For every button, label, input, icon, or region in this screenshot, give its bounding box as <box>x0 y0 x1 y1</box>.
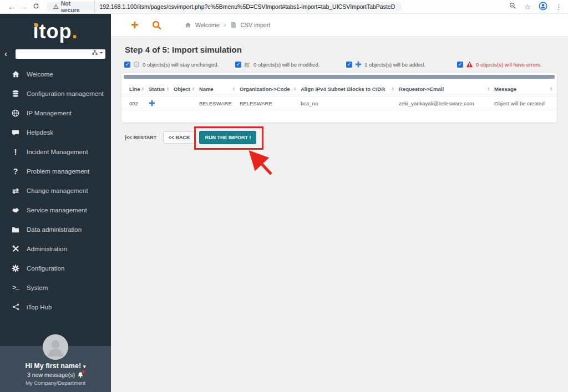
error-icon <box>466 61 473 68</box>
sidebar-item-problem-management[interactable]: ? Problem management <box>0 161 111 181</box>
sort-icon[interactable]: ▲▼ <box>293 86 296 91</box>
sitemap-icon <box>92 50 98 55</box>
page: ← → Not secure 192.168.1.100/itsm/pages/… <box>0 0 568 392</box>
sidebar-item-ip-management[interactable]: IP Management <box>0 103 111 123</box>
zoom-icon[interactable] <box>509 2 516 11</box>
sidebar-collapse-icon[interactable]: ‹ <box>4 49 11 58</box>
column-header-name[interactable]: Name▲▼ <box>199 86 240 92</box>
sidebar-item-helpdesk[interactable]: Helpdesk <box>0 123 111 142</box>
breadcrumb-csv-import[interactable]: CSV import <box>240 22 270 28</box>
notification-badge <box>82 370 85 373</box>
new-object-icon[interactable]: + <box>131 19 139 30</box>
sort-icon[interactable]: ▲▼ <box>141 86 144 91</box>
summary-modified: ✓ 0 objects(s) will be modified. <box>235 61 346 68</box>
user-company: My Company/Department <box>0 380 111 386</box>
cell-message: Object will be created <box>494 100 557 106</box>
sidebar-item-administration[interactable]: Administration <box>0 239 111 258</box>
sort-icon[interactable]: ▲▼ <box>192 86 195 91</box>
sidebar-item-itop-hub[interactable]: iTop Hub <box>0 297 111 317</box>
browser-forward-icon[interactable]: → <box>18 2 30 11</box>
itop-logo[interactable]: itop. <box>33 19 78 44</box>
breadcrumb-separator: > <box>224 22 227 28</box>
question-icon: ? <box>9 167 22 176</box>
sidebar-item-data-administration[interactable]: Data administration <box>0 220 111 239</box>
browser-back-icon[interactable]: ← <box>6 2 18 11</box>
exchange-icon: ⇄ <box>9 186 22 195</box>
sidebar: itop. ‹ Welcome Configuration management <box>0 14 111 392</box>
content: Step 4 of 5: Import simulation ✓ 0 objec… <box>111 36 568 144</box>
address-bar[interactable]: Not secure 192.168.1.100/itsm/pages/csvi… <box>47 2 402 12</box>
tools-icon <box>9 245 22 252</box>
sidebar-menu: Welcome Configuration management IP Mana… <box>0 64 111 317</box>
sidebar-item-configuration[interactable]: Configuration <box>0 258 111 278</box>
restart-button[interactable]: |<< RESTART <box>125 135 156 140</box>
cell-line: 002 <box>129 100 149 106</box>
sidebar-item-configuration-management[interactable]: Configuration management <box>0 84 111 103</box>
bookmark-star-icon[interactable]: ☆ <box>524 3 531 11</box>
exclamation-icon: ! <box>9 147 22 156</box>
globe-icon <box>9 109 22 117</box>
column-header-subnet-cidr[interactable]: Align IPv4 Subnet Blocks to CIDR▲▼ <box>301 86 399 92</box>
sort-icon[interactable]: ▲▼ <box>487 86 490 91</box>
browser-refresh-icon[interactable] <box>30 2 42 11</box>
breadcrumb-welcome[interactable]: Welcome <box>195 22 220 28</box>
summary-added: ✓ 1 objects(s) will be added. <box>346 61 457 68</box>
run-import-button[interactable]: RUN THE IMPORT ! <box>199 131 256 144</box>
main-area: + Welcome > CSV import Step 4 of 5: Impo… <box>111 14 568 392</box>
unchanged-icon <box>133 61 140 68</box>
avatar[interactable] <box>43 334 68 360</box>
cell-name: BELESWARE <box>199 100 240 106</box>
not-secure-badge[interactable]: Not secure <box>53 0 95 13</box>
profile-icon[interactable] <box>539 2 547 12</box>
gear-icon <box>9 264 22 272</box>
back-button[interactable]: << BACK <box>163 131 195 144</box>
cell-org-code: BELESWARE <box>240 100 301 106</box>
column-header-status[interactable]: Status▲▼ <box>149 86 174 92</box>
sidebar-item-welcome[interactable]: Welcome <box>0 64 111 84</box>
sort-icon[interactable]: ▲▼ <box>232 86 235 91</box>
sidebar-item-service-management[interactable]: Service management <box>0 200 111 220</box>
chevron-down-icon[interactable] <box>99 51 103 55</box>
page-title: Step 4 of 5: Import simulation <box>125 45 568 54</box>
bell-icon[interactable] <box>77 371 84 378</box>
not-secure-label: Not secure <box>61 0 90 13</box>
sort-icon[interactable]: ▲▼ <box>550 86 552 91</box>
column-header-requestor-email[interactable]: Requestor->Email▲▼ <box>399 86 494 92</box>
database-icon <box>9 90 22 98</box>
add-icon <box>355 61 362 68</box>
table-empty-space <box>121 110 557 123</box>
table-horizontal-scrollbar[interactable] <box>124 75 555 79</box>
browser-menu-icon[interactable]: ⋮ <box>555 3 562 11</box>
breadcrumb-home-icon <box>185 22 191 28</box>
summary-unchanged: ✓ 0 objects(s) will stay unchanged. <box>124 61 235 68</box>
main-toolbar: + Welcome > CSV import <box>111 14 568 36</box>
column-header-line[interactable]: Line▲▼ <box>129 86 149 92</box>
wizard-buttons: |<< RESTART << BACK RUN THE IMPORT ! <box>125 131 568 144</box>
sort-icon[interactable]: ▲▼ <box>392 86 394 91</box>
modified-checkbox[interactable]: ✓ <box>235 62 241 68</box>
csv-file-icon <box>230 22 236 28</box>
sort-icon[interactable]: ▲▼ <box>166 86 169 91</box>
comment-icon <box>9 129 22 136</box>
share-icon <box>9 303 22 310</box>
column-header-message[interactable]: Message▲▼ <box>494 86 557 92</box>
caret-down-icon: ▾ <box>83 364 86 369</box>
column-header-object[interactable]: Object▲▼ <box>174 86 199 92</box>
sidebar-item-change-management[interactable]: ⇄ Change management <box>0 181 111 200</box>
url-text: 192.168.1.100/itsm/pages/csvimport.php?c… <box>99 3 395 10</box>
sidebar-item-system[interactable]: >_ System <box>0 278 111 297</box>
logo-orange-dot <box>34 23 38 27</box>
messages-label: 3 new message(s) <box>27 371 75 378</box>
added-checkbox[interactable]: ✓ <box>346 62 352 68</box>
handshake-icon <box>9 207 22 213</box>
unchanged-checkbox[interactable]: ✓ <box>124 62 130 68</box>
sidebar-item-incident-management[interactable]: ! Incident Management <box>0 142 111 161</box>
browser-toolbar: ← → Not secure 192.168.1.100/itsm/pages/… <box>0 0 568 14</box>
table-header-row: Line▲▼ Status▲▼ Object▲▼ Name▲▼ Organiza… <box>121 82 557 96</box>
errors-checkbox[interactable]: ✓ <box>457 62 463 68</box>
cell-subnet-cidr: bca_no <box>301 100 399 106</box>
warning-triangle-icon <box>53 4 59 9</box>
search-icon[interactable] <box>152 21 161 30</box>
column-header-org-code[interactable]: Organization->Code▲▼ <box>240 86 301 92</box>
breadcrumb: Welcome > CSV import <box>185 22 270 28</box>
